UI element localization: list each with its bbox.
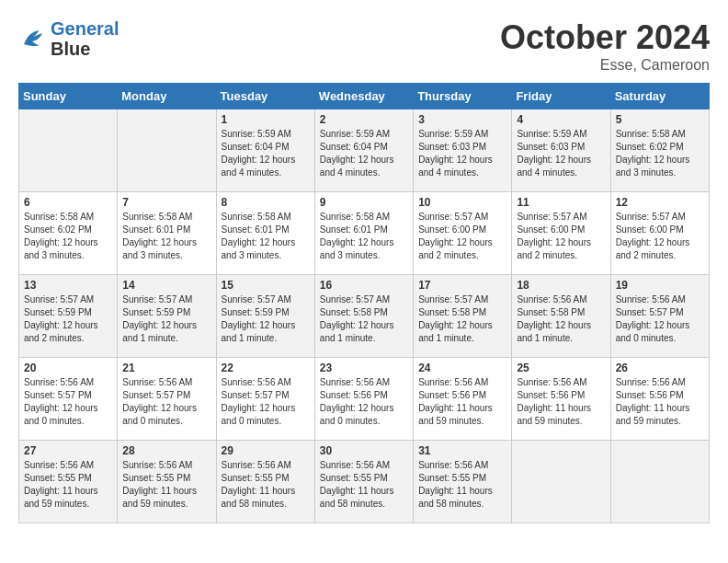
- day-info: Sunrise: 5:56 AM Sunset: 5:56 PM Dayligh…: [616, 376, 704, 428]
- day-number: 19: [616, 279, 704, 292]
- day-number: 16: [320, 279, 408, 292]
- page-header: General Blue October 2024 Esse, Cameroon: [18, 18, 710, 74]
- weekday-header-sunday: Sunday: [19, 84, 118, 109]
- calendar-cell: [19, 109, 118, 192]
- weekday-header-tuesday: Tuesday: [216, 84, 314, 109]
- calendar-cell: 17Sunrise: 5:57 AM Sunset: 5:58 PM Dayli…: [414, 275, 512, 358]
- day-info: Sunrise: 5:57 AM Sunset: 5:58 PM Dayligh…: [320, 293, 408, 345]
- day-number: 17: [418, 279, 506, 292]
- calendar-cell: [610, 441, 709, 523]
- calendar-table: SundayMondayTuesdayWednesdayThursdayFrid…: [18, 83, 710, 523]
- calendar-cell: 8Sunrise: 5:58 AM Sunset: 6:01 PM Daylig…: [216, 192, 314, 275]
- day-number: 5: [616, 113, 704, 126]
- calendar-row: 13Sunrise: 5:57 AM Sunset: 5:59 PM Dayli…: [19, 275, 710, 358]
- day-number: 23: [320, 362, 408, 374]
- day-info: Sunrise: 5:57 AM Sunset: 5:59 PM Dayligh…: [24, 293, 112, 345]
- day-info: Sunrise: 5:56 AM Sunset: 5:57 PM Dayligh…: [24, 376, 112, 428]
- calendar-cell: [118, 109, 216, 192]
- calendar-cell: 26Sunrise: 5:56 AM Sunset: 5:56 PM Dayli…: [610, 358, 709, 441]
- day-info: Sunrise: 5:57 AM Sunset: 6:00 PM Dayligh…: [517, 211, 605, 262]
- calendar-cell: 9Sunrise: 5:58 AM Sunset: 6:01 PM Daylig…: [314, 192, 413, 275]
- day-number: 22: [222, 362, 310, 374]
- day-number: 6: [24, 196, 112, 209]
- day-number: 30: [320, 444, 408, 457]
- calendar-cell: 27Sunrise: 5:56 AM Sunset: 5:55 PM Dayli…: [19, 441, 118, 523]
- calendar-header-row: SundayMondayTuesdayWednesdayThursdayFrid…: [19, 84, 710, 109]
- weekday-header-wednesday: Wednesday: [314, 84, 413, 109]
- day-info: Sunrise: 5:58 AM Sunset: 6:02 PM Dayligh…: [24, 211, 112, 262]
- calendar-cell: 12Sunrise: 5:57 AM Sunset: 6:00 PM Dayli…: [610, 192, 709, 275]
- day-number: 25: [517, 362, 605, 374]
- calendar-cell: 2Sunrise: 5:59 AM Sunset: 6:04 PM Daylig…: [314, 109, 413, 192]
- day-info: Sunrise: 5:59 AM Sunset: 6:03 PM Dayligh…: [517, 128, 605, 179]
- day-number: 29: [222, 444, 310, 457]
- day-number: 21: [122, 362, 210, 374]
- day-info: Sunrise: 5:56 AM Sunset: 5:57 PM Dayligh…: [616, 293, 704, 345]
- day-number: 27: [24, 444, 112, 457]
- calendar-row: 27Sunrise: 5:56 AM Sunset: 5:55 PM Dayli…: [19, 441, 710, 523]
- day-info: Sunrise: 5:58 AM Sunset: 6:02 PM Dayligh…: [616, 128, 704, 179]
- day-number: 18: [517, 279, 605, 292]
- day-info: Sunrise: 5:59 AM Sunset: 6:04 PM Dayligh…: [320, 128, 408, 179]
- calendar-cell: 6Sunrise: 5:58 AM Sunset: 6:02 PM Daylig…: [19, 192, 118, 275]
- day-info: Sunrise: 5:56 AM Sunset: 5:56 PM Dayligh…: [418, 376, 506, 428]
- calendar-cell: 25Sunrise: 5:56 AM Sunset: 5:56 PM Dayli…: [512, 358, 610, 441]
- weekday-header-friday: Friday: [512, 84, 610, 109]
- calendar-cell: 29Sunrise: 5:56 AM Sunset: 5:55 PM Dayli…: [216, 441, 314, 523]
- day-number: 11: [517, 196, 605, 209]
- weekday-header-saturday: Saturday: [610, 84, 709, 109]
- calendar-cell: 14Sunrise: 5:57 AM Sunset: 5:59 PM Dayli…: [118, 275, 216, 358]
- calendar-cell: 20Sunrise: 5:56 AM Sunset: 5:57 PM Dayli…: [19, 358, 118, 441]
- day-info: Sunrise: 5:56 AM Sunset: 5:57 PM Dayligh…: [122, 376, 210, 428]
- calendar-cell: 23Sunrise: 5:56 AM Sunset: 5:56 PM Dayli…: [314, 358, 413, 441]
- calendar-cell: 10Sunrise: 5:57 AM Sunset: 6:00 PM Dayli…: [414, 192, 512, 275]
- calendar-cell: [512, 441, 610, 523]
- day-number: 15: [222, 279, 310, 292]
- weekday-header-thursday: Thursday: [414, 84, 512, 109]
- day-number: 2: [320, 113, 408, 126]
- day-number: 8: [222, 196, 310, 209]
- calendar-cell: 21Sunrise: 5:56 AM Sunset: 5:57 PM Dayli…: [118, 358, 216, 441]
- day-info: Sunrise: 5:59 AM Sunset: 6:03 PM Dayligh…: [418, 128, 506, 179]
- day-number: 3: [418, 113, 506, 126]
- calendar-cell: 5Sunrise: 5:58 AM Sunset: 6:02 PM Daylig…: [610, 109, 709, 192]
- calendar-cell: 31Sunrise: 5:56 AM Sunset: 5:55 PM Dayli…: [414, 441, 512, 523]
- day-info: Sunrise: 5:56 AM Sunset: 5:56 PM Dayligh…: [320, 376, 408, 428]
- day-info: Sunrise: 5:56 AM Sunset: 5:58 PM Dayligh…: [517, 293, 605, 345]
- month-title: October 2024: [500, 18, 710, 57]
- calendar-cell: 3Sunrise: 5:59 AM Sunset: 6:03 PM Daylig…: [414, 109, 512, 192]
- logo-icon: [18, 25, 46, 52]
- day-number: 10: [418, 196, 506, 209]
- calendar-cell: 15Sunrise: 5:57 AM Sunset: 5:59 PM Dayli…: [216, 275, 314, 358]
- logo-text-blue: Blue: [51, 39, 90, 59]
- day-number: 13: [24, 279, 112, 292]
- calendar-row: 20Sunrise: 5:56 AM Sunset: 5:57 PM Dayli…: [19, 358, 710, 441]
- title-block: October 2024 Esse, Cameroon: [500, 18, 710, 74]
- day-info: Sunrise: 5:57 AM Sunset: 6:00 PM Dayligh…: [418, 211, 506, 262]
- day-info: Sunrise: 5:58 AM Sunset: 6:01 PM Dayligh…: [122, 211, 210, 262]
- calendar-cell: 19Sunrise: 5:56 AM Sunset: 5:57 PM Dayli…: [610, 275, 709, 358]
- day-info: Sunrise: 5:56 AM Sunset: 5:55 PM Dayligh…: [24, 459, 112, 511]
- day-number: 7: [122, 196, 210, 209]
- calendar-cell: 22Sunrise: 5:56 AM Sunset: 5:57 PM Dayli…: [216, 358, 314, 441]
- day-info: Sunrise: 5:59 AM Sunset: 6:04 PM Dayligh…: [222, 128, 310, 179]
- location-title: Esse, Cameroon: [500, 57, 710, 74]
- calendar-cell: 28Sunrise: 5:56 AM Sunset: 5:55 PM Dayli…: [118, 441, 216, 523]
- weekday-header-monday: Monday: [118, 84, 216, 109]
- day-number: 31: [418, 444, 506, 457]
- day-info: Sunrise: 5:56 AM Sunset: 5:56 PM Dayligh…: [517, 376, 605, 428]
- logo-text-general: General: [51, 18, 119, 39]
- day-number: 28: [122, 444, 210, 457]
- day-info: Sunrise: 5:56 AM Sunset: 5:57 PM Dayligh…: [222, 376, 310, 428]
- calendar-cell: 30Sunrise: 5:56 AM Sunset: 5:55 PM Dayli…: [314, 441, 413, 523]
- calendar-row: 1Sunrise: 5:59 AM Sunset: 6:04 PM Daylig…: [19, 109, 710, 192]
- day-info: Sunrise: 5:57 AM Sunset: 5:59 PM Dayligh…: [222, 293, 310, 345]
- calendar-cell: 13Sunrise: 5:57 AM Sunset: 5:59 PM Dayli…: [19, 275, 118, 358]
- day-info: Sunrise: 5:58 AM Sunset: 6:01 PM Dayligh…: [222, 211, 310, 262]
- calendar-cell: 24Sunrise: 5:56 AM Sunset: 5:56 PM Dayli…: [414, 358, 512, 441]
- day-info: Sunrise: 5:57 AM Sunset: 6:00 PM Dayligh…: [616, 211, 704, 262]
- day-number: 24: [418, 362, 506, 374]
- calendar-cell: 16Sunrise: 5:57 AM Sunset: 5:58 PM Dayli…: [314, 275, 413, 358]
- logo: General Blue: [18, 18, 119, 59]
- day-info: Sunrise: 5:56 AM Sunset: 5:55 PM Dayligh…: [122, 459, 210, 511]
